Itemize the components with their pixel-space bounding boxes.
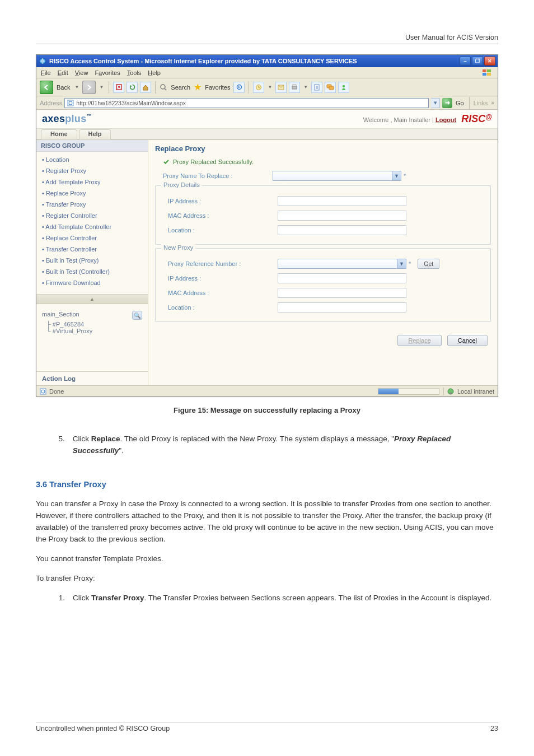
menu-help[interactable]: Help (148, 69, 161, 76)
menu-view[interactable]: View (75, 69, 88, 76)
sidebar-item-replace-proxy[interactable]: Replace Proxy (36, 188, 148, 199)
logout-link[interactable]: Logout (435, 116, 456, 123)
step-5: 5. Click Replace. The old Proxy is repla… (55, 433, 498, 457)
ip-input-1[interactable] (278, 196, 406, 206)
intranet-icon (447, 388, 455, 395)
menu-tools[interactable]: Tools (127, 69, 142, 76)
tree-child-1[interactable]: ├ #P_465284 (42, 321, 142, 328)
search-label[interactable]: Search (170, 84, 191, 91)
ie-menubar: File Edit View Favorites Tools Help (36, 67, 498, 78)
sidebar-item-transfer-controller[interactable]: Transfer Controller (36, 244, 148, 255)
menu-favorites[interactable]: Favorites (95, 69, 120, 76)
footer-left: Uncontrolled when printed © RISCO Group (36, 725, 170, 732)
edit-button[interactable] (311, 82, 322, 93)
print-dropdown-icon[interactable]: ▼ (302, 85, 309, 90)
panel-title: Replace Proxy (155, 144, 491, 153)
refresh-button[interactable] (127, 82, 138, 93)
mac-input-2[interactable] (278, 288, 406, 298)
go-button[interactable]: ➜ (442, 98, 452, 108)
menu-edit[interactable]: Edit (58, 69, 68, 76)
action-log-header[interactable]: Action Log (36, 371, 148, 385)
tab-home[interactable]: Home (41, 129, 77, 139)
ip-label-2: IP Address : (160, 275, 261, 282)
loc-label-2: Location : (160, 304, 261, 311)
menu-file[interactable]: File (41, 69, 51, 76)
sidebar-item-location[interactable]: Location (36, 154, 148, 165)
forward-dropdown-icon[interactable]: ▼ (98, 85, 105, 90)
chevron-down-icon: ▼ (392, 171, 401, 180)
address-dropdown-icon[interactable]: ▾ (431, 98, 440, 108)
address-input[interactable]: http://01hw182233/acis/MainWindow.aspx (64, 98, 429, 108)
sidebar-item-add-template-controller[interactable]: Add Template Controller (36, 221, 148, 232)
sidebar-item-register-controller[interactable]: Register Controller (36, 210, 148, 221)
replace-name-select[interactable]: ▼ (273, 171, 401, 181)
loc-label-1: Location : (160, 227, 261, 234)
sidebar-item-transfer-proxy[interactable]: Transfer Proxy (36, 199, 148, 210)
sidebar-item-replace-controller[interactable]: Replace Controller (36, 232, 148, 244)
tab-help[interactable]: Help (79, 129, 111, 139)
window-title: RISCO Access Control System - Microsoft … (49, 58, 357, 64)
section-para-3: To transfer Proxy: (36, 573, 498, 585)
sidebar-collapse-icon[interactable]: ▲ (36, 294, 148, 304)
history-dropdown-icon[interactable]: ▼ (266, 85, 273, 90)
loc-input-1[interactable] (278, 225, 406, 235)
sidebar-title: RISCO GROUP (36, 140, 148, 152)
ip-input-2[interactable] (278, 273, 406, 283)
maximize-button[interactable]: ❐ (472, 57, 483, 66)
links-label[interactable]: Links (474, 100, 488, 106)
success-message: Proxy Replaced Successfully. (163, 158, 491, 165)
discuss-button[interactable] (325, 82, 336, 93)
required-asterisk: * (404, 172, 406, 179)
loc-input-2[interactable] (278, 302, 406, 312)
sidebar-item-bit-controller[interactable]: Built in Test (Controller) (36, 266, 148, 277)
sidebar-item-bit-proxy[interactable]: Built in Test (Proxy) (36, 255, 148, 266)
cancel-button[interactable]: Cancel (447, 335, 488, 346)
svg-point-15 (343, 85, 345, 87)
svg-rect-2 (487, 69, 491, 72)
get-button[interactable]: Get (418, 259, 439, 269)
back-dropdown-icon[interactable]: ▼ (73, 85, 80, 90)
done-icon (40, 388, 46, 395)
svg-rect-4 (487, 73, 491, 76)
tree-child-2[interactable]: └ #Virtual_Proxy (42, 328, 142, 334)
back-label: Back (55, 84, 71, 91)
minimize-button[interactable]: – (460, 57, 471, 66)
history-button[interactable] (253, 82, 264, 93)
check-icon (163, 158, 170, 165)
proxy-details-box: Proxy Details IP Address : MAC Address :… (155, 185, 491, 245)
status-text: Done (49, 388, 64, 395)
address-label: Address (40, 100, 62, 106)
sidebar-item-add-template-proxy[interactable]: Add Template Proxy (36, 176, 148, 188)
home-button[interactable] (140, 82, 151, 93)
links-chevron-icon[interactable]: » (490, 100, 494, 106)
close-button[interactable]: ✕ (484, 57, 495, 66)
page-icon (67, 100, 74, 106)
chevron-down-icon: ▼ (397, 259, 406, 268)
replace-name-label: Proxy Name To Replace : (155, 172, 256, 179)
sidebar-item-firmware[interactable]: Firmware Download (36, 277, 148, 288)
messenger-button[interactable] (338, 82, 349, 93)
mac-input-1[interactable] (278, 211, 406, 221)
section-para-2: You cannot transfer Template Proxies. (36, 553, 498, 565)
svg-rect-21 (449, 393, 452, 394)
print-button[interactable] (289, 82, 300, 93)
replace-button[interactable]: Replace (397, 335, 441, 346)
stop-button[interactable] (113, 82, 124, 93)
tree-root[interactable]: main_Section 🔍 (42, 311, 142, 318)
welcome-text: Welcome , Main Installer | Logout RISC@ (363, 113, 492, 125)
favorites-icon: ★ (194, 82, 202, 92)
svg-rect-11 (293, 85, 296, 86)
back-button[interactable] (40, 81, 53, 94)
forward-button[interactable] (82, 81, 96, 94)
favorites-label[interactable]: Favorites (204, 84, 231, 91)
search-icon (160, 83, 167, 91)
tree-zoom-icon[interactable]: 🔍 (132, 311, 142, 320)
ref-select[interactable]: ▼ (278, 259, 406, 269)
svg-rect-10 (292, 86, 297, 89)
required-asterisk: * (409, 260, 411, 267)
app-header: axesplus™ Welcome , Main Installer | Log… (36, 110, 498, 129)
mail-button[interactable] (275, 82, 287, 93)
media-button[interactable] (233, 82, 245, 93)
section-para-1: You can transfer a Proxy in case the Pro… (36, 498, 498, 545)
sidebar-item-register-proxy[interactable]: Register Proxy (36, 165, 148, 176)
